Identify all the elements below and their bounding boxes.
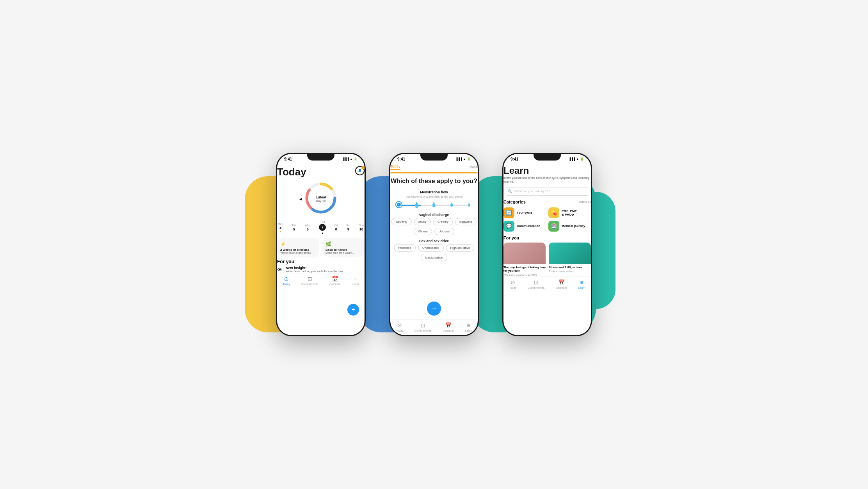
phone1: 9:41 ▐▐▐ ▲ 🔋 Today 👤 <box>276 153 366 336</box>
cycle-label: Luteal Day 19 <box>316 195 326 203</box>
categories-label: Categories <box>503 200 526 204</box>
notch3 <box>534 153 561 161</box>
article-2-title: Stress and PMS, w does <box>549 266 591 269</box>
insight-sub: We've been tracking your cycle for month… <box>286 270 343 273</box>
fab-add[interactable]: + <box>347 304 359 316</box>
articles-row: The psychology of taking time for yourse… <box>503 243 591 277</box>
section-flow-sub: This tracker is only available during yo… <box>390 195 478 198</box>
flow-slider: 💧 💧 💧 💧 <box>390 201 478 208</box>
article-2[interactable]: Stress and PMS, w does Reduce stress, re… <box>549 243 591 277</box>
section-discharge-title: Vaginal discharge <box>390 213 478 217</box>
categories-grid: 🔄 Your cycle 💊 PMS, PME& PMDD 💬 Communic… <box>503 207 591 232</box>
tracker-question: Which of these apply to you? <box>390 177 478 186</box>
nav3-commitments[interactable]: ⊡ Commitments <box>528 279 544 289</box>
nature-icon: 🌿 <box>326 241 361 247</box>
nature-card[interactable]: 🌿 Back to nature Make time for a walk t… <box>322 238 365 257</box>
insight-text: New insight! We've been tracking your cy… <box>286 266 343 273</box>
tag-creamy[interactable]: Creamy <box>433 218 453 225</box>
cat-your-cycle[interactable]: 🔄 Your cycle <box>503 207 546 218</box>
article-1-title: The psychology of taking time for yourse… <box>503 266 546 273</box>
flow-handle[interactable] <box>396 202 402 207</box>
nature-sub: Make time for a walk t… <box>326 252 361 254</box>
article-2-img <box>549 243 591 264</box>
nav-commitments[interactable]: ⊡ Commitments <box>301 276 318 286</box>
profile-button[interactable]: 👤 <box>355 166 365 175</box>
bottom-nav-3: ⊙ Today ⊡ Commitments 📅 Calendar ≡ Learn <box>503 277 591 292</box>
tab-close[interactable]: close <box>470 165 478 169</box>
nav-today[interactable]: ⊙ Today <box>283 276 290 286</box>
for-you-label: For you <box>277 259 365 264</box>
sex-tags: Protected Unprotected High sex drive Mas… <box>390 244 478 261</box>
phone2-screen: 9:41 ▐▐▐ ▲ 🔋 Today close Which of these … <box>390 154 478 335</box>
tag-eggwhite[interactable]: Eggwhite <box>455 218 477 225</box>
cat-medical-icon: 🏥 <box>548 221 559 232</box>
article-1-img <box>503 243 546 264</box>
learn-title: Learn <box>503 165 591 176</box>
notch1 <box>307 153 334 161</box>
nav-today-icon: ⊙ <box>284 276 289 282</box>
exercise-title: 2 weeks of exercise <box>280 248 316 252</box>
phone1-wrapper: 9:41 ▐▐▐ ▲ 🔋 Today 👤 <box>276 153 366 336</box>
flow-dot-2: 💧 <box>414 201 419 208</box>
nav2-commitments[interactable]: ⊡ Commitments <box>414 322 431 332</box>
cards-row: ⚡ 2 weeks of exercise You're on an 8 day… <box>277 238 365 257</box>
cat-communication[interactable]: 💬 Communication <box>503 221 546 232</box>
nav3-calendar-icon: 📅 <box>558 279 565 286</box>
cat-cycle-label: Your cycle <box>517 211 532 214</box>
search-box[interactable]: 🔍 What are you looking for? <box>503 187 591 196</box>
phone2-content: Today close Which of these apply to you?… <box>390 163 478 265</box>
tag-spotting[interactable]: Spotting <box>391 218 411 225</box>
cat-medical-label: Medical journey <box>562 224 585 228</box>
cat-pms[interactable]: 💊 PMS, PME& PMDD <box>548 207 591 218</box>
nav2-calendar-label: Calendar <box>443 329 454 332</box>
nav3-calendar-label: Calendar <box>556 286 567 289</box>
nav2-commitments-icon: ⊡ <box>421 322 425 328</box>
nav2-learn-icon: ≡ <box>467 322 470 328</box>
bottom-nav-1: ⊙ Today ⊡ Commitments 📅 Calendar ≡ Learn <box>277 273 365 289</box>
exercise-card[interactable]: ⚡ 2 weeks of exercise You're on an 8 day… <box>277 238 319 257</box>
tag-high-sex-drive[interactable]: High sex drive <box>446 244 475 252</box>
insight-title: New insight! <box>286 266 343 270</box>
tag-sticky[interactable]: Sticky <box>414 218 431 225</box>
show-all-link[interactable]: Show all <box>579 200 591 203</box>
nav3-today[interactable]: ⊙ Today <box>509 279 516 289</box>
notch2 <box>420 153 448 161</box>
phone1-screen: 9:41 ▐▐▐ ▲ 🔋 Today 👤 <box>277 154 365 335</box>
tag-masturbation[interactable]: Masturbation <box>421 254 447 261</box>
nav2-calendar[interactable]: 📅 Calendar <box>443 322 454 332</box>
week-day-thu[interactable]: Thu 7 ▲ <box>319 220 326 234</box>
cycle-day: Day 19 <box>316 199 326 203</box>
time-2: 9:41 <box>397 157 405 161</box>
search-placeholder: What are you looking for? <box>514 189 550 193</box>
article-1[interactable]: The psychology of taking time for yourse… <box>503 243 546 277</box>
nav2-learn[interactable]: ≡ Learn <box>465 322 472 332</box>
insight-icon: 👁 <box>277 267 283 273</box>
tag-unusual[interactable]: Unusual <box>434 228 454 235</box>
insight-row[interactable]: 👁 New insight! We've been tracking your … <box>277 266 365 273</box>
nav3-learn[interactable]: ≡ Learn <box>578 279 585 289</box>
nav-learn[interactable]: ≡ Learn <box>352 276 359 286</box>
cat-communication-label: Communication <box>517 224 540 228</box>
tag-watery[interactable]: Watery <box>414 228 432 235</box>
cat-cycle-icon: 🔄 <box>503 207 514 218</box>
phone3-content: Learn Inform yourself and be the boss of… <box>503 163 591 277</box>
status-icons-3: ▐▐▐ ▲ 🔋 <box>569 157 584 161</box>
tracker-header: Today close <box>390 163 478 172</box>
tab-today[interactable]: Today <box>390 164 400 170</box>
today-title: Today <box>277 166 306 178</box>
nav2-learn-label: Learn <box>465 329 472 332</box>
tag-unprotected[interactable]: Unprotected <box>418 244 444 252</box>
week-calendar: Mon 4 Tue 5 Wed 6 Thu <box>277 219 365 236</box>
nav-calendar[interactable]: 📅 Calendar <box>329 276 340 286</box>
next-button[interactable]: → <box>427 302 441 316</box>
nav2-calendar-icon: 📅 <box>445 322 452 328</box>
nav2-today[interactable]: ⊙ Today <box>396 322 403 332</box>
tag-protected[interactable]: Protected <box>394 244 416 252</box>
time-1: 9:41 <box>284 157 292 161</box>
cycle-container: Luteal Day 19 ◄ <box>277 180 365 217</box>
cat-communication-icon: 💬 <box>503 221 514 232</box>
cat-medical[interactable]: 🏥 Medical journey <box>548 221 591 232</box>
status-icons-1: ▐▐▐ ▲ 🔋 <box>342 157 358 161</box>
nav3-calendar[interactable]: 📅 Calendar <box>556 279 567 289</box>
week-day-wed: Wed 6 <box>305 224 310 231</box>
